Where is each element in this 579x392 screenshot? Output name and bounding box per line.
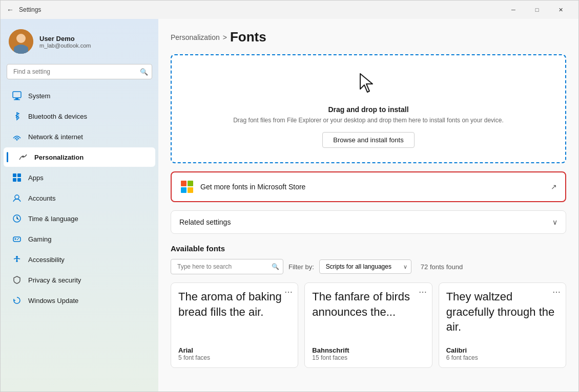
font-card-menu-calibri[interactable]: ⋯ [552,287,561,297]
microsoft-store-box[interactable]: Get more fonts in Microsoft Store ↗ [171,171,566,202]
user-info: User Demo m_lab@outlook.com [39,35,91,49]
drag-title: Drag and drop to install [182,105,555,114]
active-bar [7,152,8,162]
sidebar-item-accessibility[interactable]: Accessibility [4,250,155,269]
svg-rect-6 [14,99,20,100]
svg-rect-12 [17,178,21,182]
font-card-calibri[interactable]: ⋯ They waltzed gracefully through the ai… [439,282,566,368]
sidebar-item-network[interactable]: Network & internet [4,127,155,146]
accessibility-icon [12,254,22,265]
svg-point-13 [15,195,19,199]
font-preview-calibri: They waltzed gracefully through the air. [446,289,559,340]
font-name-arial: Arial [178,346,291,354]
svg-point-16 [18,238,19,239]
font-faces-arial: 5 font faces [178,354,291,361]
search-input[interactable] [7,64,152,79]
user-profile[interactable]: User Demo m_lab@outlook.com [1,19,158,62]
font-search-wrap: 🔍 [171,259,283,274]
fonts-toolbar: 🔍 Filter by: Scripts for all languages L… [171,259,566,274]
font-faces-calibri: 6 font faces [446,354,559,361]
sidebar-item-apps-label: Apps [28,174,44,182]
search-icon: 🔍 [140,68,148,76]
avatar [9,29,33,54]
titlebar: ← Settings ─ □ ✕ [1,1,578,19]
titlebar-title: Settings [19,6,41,13]
font-search-input[interactable] [171,259,283,274]
sidebar-item-accounts-label: Accounts [28,194,55,202]
sidebar-item-network-label: Network & internet [28,133,83,141]
filter-label: Filter by: [288,263,314,271]
close-button[interactable]: ✕ [549,2,572,18]
sidebar-item-personalization[interactable]: Personalization [4,147,155,167]
user-name: User Demo [39,35,91,42]
breadcrumb-separator: > [223,33,227,41]
svg-rect-11 [13,178,16,182]
gaming-icon [12,234,22,244]
related-settings-title: Related settings [179,218,231,226]
font-cards-grid: ⋯ The aroma of baking bread fills the ai… [171,282,566,368]
sidebar: User Demo m_lab@outlook.com 🔍 System [1,19,158,391]
breadcrumb-parent[interactable]: Personalization [171,33,220,41]
sidebar-item-time-label: Time & language [28,215,78,223]
browse-install-button[interactable]: Browse and install fonts [322,132,414,148]
search-box[interactable]: 🔍 [7,64,152,79]
minimize-button[interactable]: ─ [502,2,525,18]
sidebar-item-accounts[interactable]: Accounts [4,188,155,208]
fonts-count: 72 fonts found [421,263,463,271]
font-card-bahnschrift[interactable]: ⋯ The fanfare of birds announces the... … [304,282,432,368]
section-title: Available fonts [171,244,566,253]
svg-point-1 [16,34,26,43]
main-layout: User Demo m_lab@outlook.com 🔍 System [1,19,578,391]
font-card-menu-bahnschrift[interactable]: ⋯ [419,287,427,297]
svg-rect-10 [17,173,21,177]
sidebar-item-bluetooth[interactable]: Bluetooth & devices [4,106,155,126]
svg-rect-20 [188,181,193,186]
sidebar-item-windows-update[interactable]: Windows Update [4,291,155,310]
apps-icon [12,172,22,183]
filter-select[interactable]: Scripts for all languages Latin Arabic C… [319,259,411,274]
svg-rect-3 [14,46,28,54]
available-fonts-section: Available fonts 🔍 Filter by: Scripts for… [171,244,566,368]
privacy-icon [12,275,22,285]
windows-update-icon [12,295,22,306]
sidebar-item-system[interactable]: System [4,86,155,105]
sidebar-item-apps[interactable]: Apps [4,168,155,187]
svg-point-8 [22,156,24,158]
drag-drop-zone[interactable]: Drag and drop to install Drag font files… [171,54,566,163]
back-icon[interactable]: ← [7,6,14,14]
svg-point-7 [16,139,18,141]
page-title: Fonts [230,29,266,45]
sidebar-item-gaming[interactable]: Gaming [4,229,155,249]
svg-rect-5 [15,98,18,99]
svg-rect-19 [181,181,187,186]
drag-subtitle: Drag font files from File Explorer or yo… [182,117,555,124]
time-icon [12,213,22,224]
breadcrumb: Personalization > Fonts [171,29,566,45]
svg-rect-21 [181,187,187,193]
content-area: Personalization > Fonts Drag and drop to… [158,19,578,391]
accounts-icon [12,193,22,203]
svg-point-17 [17,239,18,240]
svg-rect-4 [13,92,21,98]
network-icon [12,132,22,142]
titlebar-controls: ─ □ ✕ [502,2,572,18]
sidebar-item-privacy[interactable]: Privacy & security [4,270,155,290]
drag-icon [182,70,555,101]
sidebar-item-personalization-label: Personalization [34,154,84,161]
font-card-menu-arial[interactable]: ⋯ [284,287,293,297]
sidebar-item-system-label: System [28,92,50,100]
font-name-bahnschrift: Bahnschrift [312,346,424,354]
svg-rect-22 [188,187,193,193]
chevron-down-icon: ∨ [552,218,557,226]
font-card-arial[interactable]: ⋯ The aroma of baking bread fills the ai… [171,282,298,368]
svg-rect-9 [13,173,16,177]
maximize-button[interactable]: □ [525,2,549,18]
store-label: Get more fonts in Microsoft Store [200,183,545,191]
font-name-calibri: Calibri [446,346,559,354]
settings-window: ← Settings ─ □ ✕ [0,0,579,392]
sidebar-item-gaming-label: Gaming [28,235,52,243]
font-preview-arial: The aroma of baking bread fills the air. [178,289,291,340]
related-settings-header[interactable]: Related settings ∨ [171,211,566,233]
sidebar-item-time[interactable]: Time & language [4,209,155,228]
sidebar-item-accessibility-label: Accessibility [28,256,65,264]
